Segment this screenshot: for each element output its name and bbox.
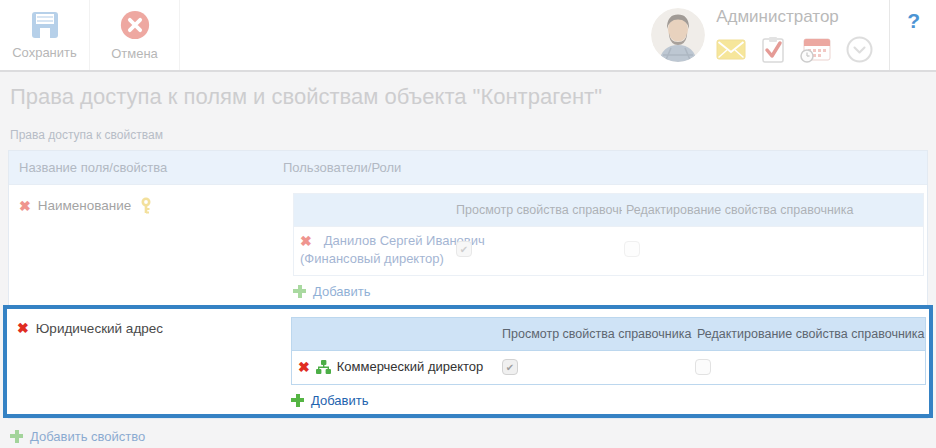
property-name-cell: ✖ Наименование (9, 185, 286, 305)
cancel-button[interactable]: Отмена (90, 0, 179, 70)
property-row-yuridicheskiy-adres[interactable]: ✖ Юридический адрес Просмотр свойства сп… (3, 305, 933, 418)
users-roles-table-header: Просмотр свойства справочника Редактиров… (292, 318, 925, 350)
user-role-text: (Финансовый директор) (300, 250, 454, 268)
users-roles-table: Просмотр свойства справочника Редактиров… (293, 193, 924, 276)
plus-icon (10, 430, 23, 443)
org-chart-icon (316, 360, 331, 374)
avatar-photo (651, 8, 705, 62)
property-users-cell: Просмотр свойства справочника Редактиров… (286, 185, 927, 305)
help-button[interactable]: ? (907, 9, 920, 33)
cancel-label: Отмена (111, 46, 158, 61)
property-row-naimenovanie[interactable]: ✖ Наименование Просмотр свойс (9, 185, 927, 305)
column-header-view: Просмотр свойства справочника (500, 327, 693, 341)
save-button[interactable]: Сохранить (0, 0, 89, 70)
column-header-view: Просмотр свойства справочника (454, 203, 622, 217)
view-checkbox[interactable]: ✔ (502, 359, 518, 375)
add-user-button[interactable]: Добавить (293, 284, 924, 299)
property-name: Юридический адрес (36, 321, 163, 336)
add-role-button[interactable]: Добавить (291, 393, 926, 408)
property-name: Наименование (38, 198, 132, 213)
column-header-field-name: Название поля/свойства (9, 160, 276, 175)
chevron-down-circle-icon[interactable] (846, 36, 873, 63)
delete-role-icon[interactable]: ✖ (298, 360, 310, 374)
delete-property-icon[interactable]: ✖ (19, 199, 31, 213)
user-avatar[interactable] (651, 8, 705, 62)
add-user-label: Добавить (313, 284, 370, 299)
key-icon (138, 197, 154, 214)
column-header-users-roles: Пользователи/Роли (276, 160, 927, 175)
user-name-cell: ✖ Данилов Сергей Иванович (Финансовый ди… (294, 232, 454, 268)
edit-checkbox[interactable] (695, 359, 711, 375)
section-label: Права доступа к свойствам (10, 128, 928, 142)
toolbar: Сохранить Отмена (0, 0, 936, 72)
plus-icon (293, 285, 306, 298)
tasks-clipboard-icon[interactable] (761, 36, 785, 63)
edit-checkbox[interactable] (624, 241, 640, 257)
role-row: ✖ Коммерческий директор (292, 350, 925, 384)
role-name-text: Коммерческий директор (337, 358, 484, 376)
properties-table-header: Название поля/свойства Пользователи/Роли (9, 151, 927, 185)
content-area: Права доступа к полям и свойствам объект… (0, 72, 936, 444)
add-property-button[interactable]: Добавить свойство (10, 429, 928, 444)
column-header-edit: Редактирование свойства справочника (693, 327, 925, 341)
save-label: Сохранить (12, 45, 77, 60)
users-roles-table: Просмотр свойства справочника Редактиров… (291, 317, 926, 385)
cancel-circle-x-icon (119, 9, 151, 41)
mail-icon[interactable] (716, 39, 746, 60)
delete-property-icon[interactable]: ✖ (17, 321, 29, 335)
view-checkbox[interactable]: ✔ (456, 241, 472, 257)
page-title: Права доступа к полям и свойствам объект… (8, 84, 928, 110)
property-name-cell: ✖ Юридический адрес (7, 309, 284, 414)
add-property-label: Добавить свойство (30, 429, 145, 444)
properties-table: Название поля/свойства Пользователи/Роли… (8, 150, 928, 419)
plus-icon (291, 394, 304, 407)
floppy-disk-icon (30, 10, 60, 40)
calendar-clock-icon[interactable] (800, 37, 831, 63)
role-name-cell: ✖ Коммерческий директор (292, 358, 500, 376)
toolbar-divider (179, 0, 180, 70)
property-users-cell: Просмотр свойства справочника Редактиров… (284, 309, 929, 414)
users-roles-table-header: Просмотр свойства справочника Редактиров… (294, 194, 923, 226)
delete-user-icon[interactable]: ✖ (300, 234, 312, 248)
add-role-label: Добавить (311, 393, 368, 408)
user-row: ✖ Данилов Сергей Иванович (Финансовый ди… (294, 226, 923, 275)
user-name: Администратор (716, 7, 873, 27)
column-header-edit: Редактирование свойства справочника (622, 203, 923, 217)
